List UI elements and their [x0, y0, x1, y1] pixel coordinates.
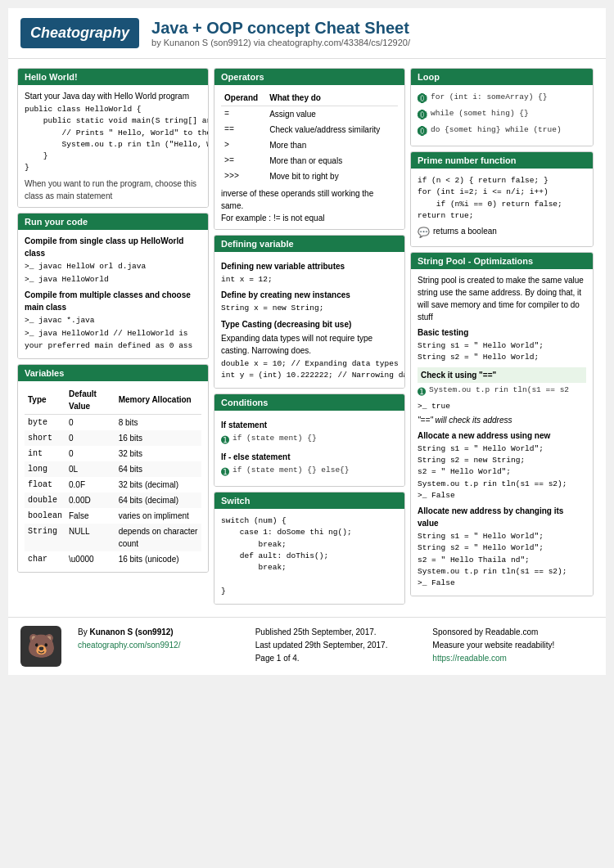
footer: 🐻 By Kunanon S (son9912) cheatography.co… — [8, 617, 606, 675]
string-pool-note2: "==" will check its address — [418, 414, 586, 426]
footer-sponsor-col: Sponsored by Readable.com Measure your w… — [432, 626, 594, 665]
section-operators-content: Operand What they do =Assign value==Chec… — [214, 85, 404, 229]
section-switch: Switch switch (num) { case 1: doSome thi… — [214, 492, 405, 605]
list-item: ⓿do {somet hing} while (true) — [418, 124, 586, 139]
run-cmd1: >_ javac HelloW orl d.java — [25, 261, 201, 272]
section-loop-content: ⓿for (int i: someArray) {}⓿while (somet … — [411, 85, 593, 146]
string-pool-sub3: Allocate a new address using new — [418, 430, 586, 442]
defining-code2: String x = new String; — [221, 303, 398, 314]
table-row: ==Check value/address similarity — [221, 122, 398, 137]
table-row: int032 bits — [25, 446, 201, 461]
section-hello-world-header: Hello World! — [18, 69, 208, 85]
var-col-memory: Memory Allocation — [115, 386, 201, 415]
section-defining-variable: Defining variable Defining new variable … — [214, 235, 405, 389]
bullet-icon: ➊ — [221, 433, 229, 447]
table-row: booleanFalsevaries on impliment — [25, 508, 201, 524]
conditions-sub2: If - else statement — [221, 451, 398, 463]
op-col-what: What they do — [266, 90, 398, 106]
column-1: Hello World! Start your Java day with He… — [15, 65, 211, 607]
section-switch-content: switch (num) { case 1: doSome thi ng(); … — [214, 509, 404, 604]
section-defining-variable-content: Defining new variable attributes int x =… — [214, 252, 404, 388]
table-row: double0.00D64 bits (decimal) — [25, 492, 201, 508]
conditions-ifelse-bullet: ➊ if (state ment) {} else{} — [221, 465, 398, 479]
defining-code1: int x = 12; — [221, 274, 398, 286]
section-variables: Variables Type Default Value Memory Allo… — [17, 364, 209, 573]
conditions-sub1: If statement — [221, 419, 398, 431]
section-prime-header: Prime number function — [411, 152, 593, 169]
column-3: Loop ⓿for (int i: someArray) {}⓿while (s… — [408, 65, 596, 607]
section-run-code-content: Compile from single class up HelloWorld … — [18, 230, 208, 358]
section-run-code-header: Run your code — [18, 214, 208, 230]
defining-sub1: Defining new variable attributes — [221, 260, 398, 272]
variables-table: Type Default Value Memory Allocation byt… — [25, 386, 201, 567]
run-cmd2: >_ java HelloWorld — [25, 274, 201, 286]
op-note1: inverse of these operands still working … — [221, 187, 398, 212]
section-variables-content: Type Default Value Memory Allocation byt… — [18, 381, 208, 572]
operators-table: Operand What they do =Assign value==Chec… — [221, 90, 398, 184]
hello-world-note: When you want to run the program, choose… — [25, 178, 201, 202]
var-col-default: Default Value — [65, 386, 115, 415]
prime-note-bullet: 💬 returns a boolean — [418, 225, 586, 240]
conditions-code2: if (state ment) {} else{} — [233, 465, 350, 476]
table-row: >=More than or equals — [221, 153, 398, 169]
conditions-if-bullet: ➊ if (state ment) {} — [221, 433, 398, 447]
footer-author-col: By Kunanon S (son9912) cheatography.com/… — [78, 626, 239, 652]
table-row: StringNULLdepends on character count — [25, 524, 201, 551]
defining-note3: Expanding data types will not require ty… — [221, 332, 398, 357]
footer-publish-col: Published 25th September, 2017. Last upd… — [255, 626, 417, 665]
string-pool-sub1: Basic testing — [418, 326, 586, 339]
op-note2: For example : != is not equal — [221, 212, 398, 224]
run-compile-multi: Compile from multiple classes and choose… — [25, 289, 201, 313]
string-pool-code1: String s1 = " Hello World"; String s2 = … — [418, 340, 586, 364]
bullet-icon-3: ➊ — [418, 385, 426, 399]
footer-updated: Last updated 29th September, 2017. — [255, 639, 417, 652]
main-content: Hello World! Start your Java day with He… — [8, 59, 606, 614]
footer-author-link[interactable]: cheatography.com/son9912/ — [78, 641, 180, 650]
page: Cheatography Java + OOP concept Cheat Sh… — [8, 8, 606, 675]
string-pool-code3: String s1 = " Hello World"; String s2 = … — [418, 443, 586, 501]
table-row: >More than — [221, 137, 398, 153]
run-cmd4: >_ java HelloWorld // HelloWorld is your… — [25, 328, 201, 352]
bullet-icon: ⓿ — [418, 92, 427, 106]
table-row: short016 bits — [25, 430, 201, 446]
table-row: =Assign value — [221, 106, 398, 123]
section-switch-header: Switch — [214, 492, 404, 509]
section-string-pool: String Pool - Optimizations String pool … — [410, 252, 594, 596]
section-operators-header: Operators — [214, 69, 404, 85]
list-item: ⓿while (somet hing) {} — [418, 108, 586, 123]
section-conditions: Conditions If statement ➊ if (state ment… — [214, 394, 405, 487]
run-cmd3: >_ javac *.java — [25, 315, 201, 326]
section-string-pool-header: String Pool - Optimizations — [411, 253, 593, 269]
table-row: long0L64 bits — [25, 461, 201, 477]
footer-sponsor-link[interactable]: https://readable.com — [432, 654, 507, 663]
table-row: char\u000016 bits (unicode) — [25, 551, 201, 567]
op-col-operand: Operand — [221, 90, 266, 106]
section-hello-world-content: Start your Java day with Hello World pro… — [18, 85, 208, 207]
author-avatar: 🐻 — [20, 626, 61, 667]
section-prime: Prime number function if (n < 2) { retur… — [410, 151, 594, 247]
string-pool-sub2: Check it using "==" — [418, 367, 586, 383]
var-col-type: Type — [25, 386, 65, 415]
page-title: Java + OOP concept Cheat Sheet — [151, 19, 410, 38]
switch-code: switch (num) { case 1: doSome thi ng(); … — [221, 515, 398, 597]
defining-sub3: Type Casting (decreasing bit use) — [221, 318, 398, 331]
header: Cheatography Java + OOP concept Cheat Sh… — [8, 8, 606, 59]
footer-page: Page 1 of 4. — [255, 652, 417, 665]
table-row: byte08 bits — [25, 414, 201, 430]
table-row: float0.0F32 bits (decimal) — [25, 477, 201, 492]
section-string-pool-content: String pool is created to make the same … — [411, 269, 593, 596]
section-loop: Loop ⓿for (int i: someArray) {}⓿while (s… — [410, 68, 594, 146]
prime-code: if (n < 2) { return false; } for (int i=… — [418, 175, 586, 222]
section-conditions-header: Conditions — [214, 394, 404, 411]
footer-author: By Kunanon S (son9912) — [78, 626, 239, 639]
string-pool-result1: >_ true — [418, 401, 586, 412]
hello-world-code: public class HelloWorld { public static … — [25, 104, 201, 174]
section-operators: Operators Operand What they do =Assign v… — [214, 68, 405, 230]
run-compile-single: Compile from single class up HelloWorld … — [25, 235, 201, 259]
string-pool-intro: String pool is created to make the same … — [418, 274, 586, 323]
column-2: Operators Operand What they do =Assign v… — [211, 65, 408, 607]
defining-code3: double x = 10; // Expanding data types i… — [221, 358, 398, 382]
section-hello-world: Hello World! Start your Java day with He… — [17, 68, 209, 208]
string-pool-bullet-code: System.ou t.p rin tln(s1 == s2 — [429, 385, 569, 396]
footer-sponsor-note: Measure your website readability! — [432, 639, 594, 652]
